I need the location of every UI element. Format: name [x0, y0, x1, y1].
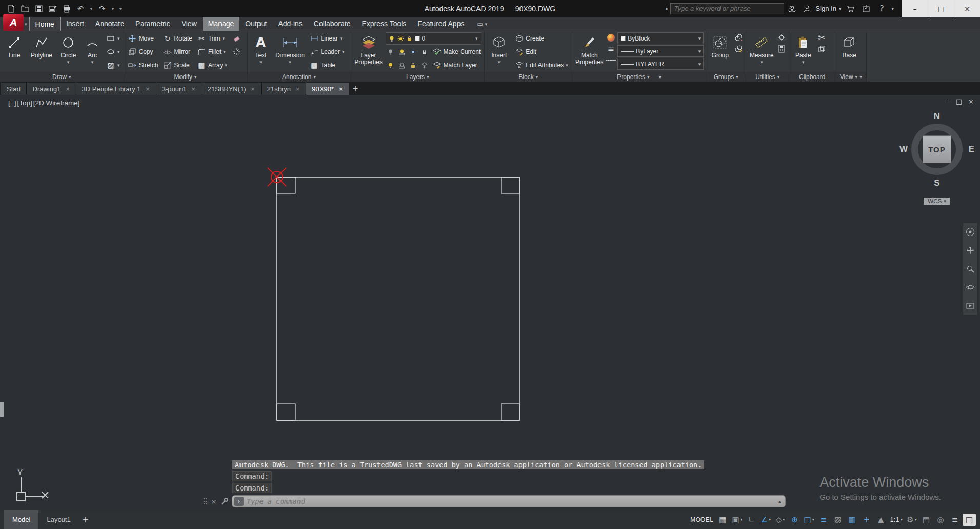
- table-button[interactable]: ▦ Table: [308, 59, 346, 71]
- ribbon-tab-addins[interactable]: Add-ins: [272, 16, 308, 31]
- trim-button[interactable]: ✂ Trim ▾: [195, 32, 229, 45]
- ellipse-button[interactable]: ▾: [105, 46, 122, 58]
- application-menu-caret-icon[interactable]: ▾: [25, 22, 27, 27]
- showmotion-icon[interactable]: [965, 301, 975, 311]
- linetype-list-icon[interactable]: ╌╌╌: [606, 55, 616, 65]
- viewport-minimize-control[interactable]: [−]: [8, 99, 16, 107]
- layer-isolate-tool-icon[interactable]: [397, 47, 407, 57]
- workspace-switching-button[interactable]: ⚙▾: [905, 513, 918, 527]
- osnap-tracking-icon[interactable]: ⊕: [788, 513, 802, 527]
- doc-minimize-icon[interactable]: –: [946, 97, 950, 105]
- viewcube-south[interactable]: S: [898, 178, 975, 188]
- wcs-menu-button[interactable]: WCS ▾: [924, 198, 950, 205]
- ribbon-tab-view[interactable]: View: [176, 16, 203, 31]
- layer-off-tool-icon[interactable]: [386, 47, 396, 57]
- panel-label-view[interactable]: View ▾ ▾: [835, 72, 866, 82]
- viewcube-west[interactable]: W: [899, 144, 908, 154]
- file-tab-21sbryn-1[interactable]: 21SBRYN(1)×: [202, 83, 262, 95]
- panel-label-groups[interactable]: Groups ▾: [706, 72, 746, 82]
- measure-button[interactable]: Measure ▾: [748, 32, 775, 72]
- annotation-monitor-icon[interactable]: ▤: [919, 513, 933, 527]
- drawing-viewport[interactable]: [−] [Top] [2D Wireframe] – □ ×: [0, 95, 980, 510]
- customization-icon[interactable]: ≡: [948, 513, 962, 527]
- leader-button[interactable]: Leader ▾: [308, 46, 346, 58]
- file-tab-drawing1[interactable]: Drawing1×: [27, 83, 76, 95]
- tab-close-icon[interactable]: ×: [191, 86, 195, 92]
- tab-close-icon[interactable]: ×: [295, 86, 300, 92]
- new-layout-button[interactable]: +: [79, 510, 92, 529]
- scale-button[interactable]: Scale: [162, 59, 194, 71]
- layer-unlock-tool-icon[interactable]: [408, 60, 418, 70]
- move-button[interactable]: Move: [126, 32, 160, 45]
- edit-attributes-button[interactable]: A Edit Attributes ▾: [513, 59, 570, 71]
- open-file-icon[interactable]: [19, 3, 31, 15]
- insert-block-button[interactable]: Insert ▾: [487, 32, 511, 72]
- line-button[interactable]: Line: [2, 32, 27, 72]
- plot-icon[interactable]: [61, 3, 73, 15]
- file-tab-90x90-active[interactable]: 90X90*×: [306, 83, 349, 95]
- hatch-button[interactable]: ▨ ▾: [105, 59, 122, 71]
- make-current-button[interactable]: Make Current: [431, 46, 483, 58]
- ribbon-tab-featured-apps[interactable]: Featured Apps: [412, 16, 470, 31]
- object-color-combo[interactable]: ByBlock ▾: [617, 32, 704, 44]
- paste-button[interactable]: Paste ▾: [791, 32, 815, 72]
- layer-freeze-tool-icon[interactable]: [408, 47, 418, 57]
- help-icon[interactable]: ?: [876, 3, 887, 14]
- command-customize-icon[interactable]: [221, 497, 229, 505]
- doc-close-icon[interactable]: ×: [968, 97, 974, 105]
- layer-thaw-tool-icon[interactable]: [386, 60, 396, 70]
- command-input[interactable]: [247, 497, 775, 505]
- left-edge-grip[interactable]: [0, 402, 4, 417]
- layer-lock-tool-icon[interactable]: [419, 47, 430, 57]
- zoom-icon[interactable]: [965, 264, 975, 274]
- text-button[interactable]: A Text ▾: [250, 32, 272, 72]
- ribbon-tab-output[interactable]: Output: [239, 16, 272, 31]
- full-navigation-wheel-icon[interactable]: [965, 227, 975, 237]
- undo-icon[interactable]: ↶: [74, 3, 87, 15]
- panel-label-annotation[interactable]: Annotation ▾: [248, 72, 351, 82]
- file-tab-3d-people-library[interactable]: 3D People Library 1×: [76, 83, 156, 95]
- lineweight-combo[interactable]: ByLayer ▾: [617, 45, 704, 57]
- model-tab[interactable]: Model: [4, 510, 38, 529]
- save-icon[interactable]: [33, 3, 45, 15]
- file-tab-21sbryn[interactable]: 21sbryn×: [262, 83, 306, 95]
- view-dialog-launcher-icon[interactable]: ▾: [859, 74, 862, 80]
- viewcube-east[interactable]: E: [969, 144, 974, 154]
- base-view-button[interactable]: Base: [837, 32, 861, 72]
- layer-properties-button[interactable]: Layer Properties: [353, 32, 384, 72]
- panel-label-utilities[interactable]: Utilities ▾: [746, 72, 789, 82]
- application-menu-button[interactable]: A: [3, 14, 24, 31]
- ribbon-tab-annotate[interactable]: Annotate: [90, 16, 130, 31]
- panel-label-modify[interactable]: Modify ▾: [124, 72, 247, 82]
- viewport-visual-style-control[interactable]: [2D Wireframe]: [33, 99, 80, 107]
- clean-screen-icon[interactable]: □: [963, 514, 976, 526]
- help-caret-icon[interactable]: ▾: [891, 6, 894, 11]
- tab-close-icon[interactable]: ×: [338, 86, 343, 92]
- orbit-icon[interactable]: [965, 282, 975, 292]
- group-button[interactable]: Group: [708, 32, 732, 72]
- model-space-button[interactable]: MODEL: [689, 513, 715, 527]
- match-properties-button[interactable]: Match Properties: [574, 32, 604, 72]
- window-close-button[interactable]: ×: [954, 0, 980, 17]
- window-maximize-button[interactable]: □: [928, 0, 954, 17]
- recent-commands-icon[interactable]: ▴: [778, 499, 781, 504]
- cart-icon[interactable]: [845, 3, 856, 14]
- sign-in-button[interactable]: Sign In ▾: [802, 3, 841, 14]
- panel-label-draw[interactable]: Draw ▾: [0, 72, 124, 82]
- ribbon-tab-home[interactable]: Home: [29, 16, 61, 31]
- save-as-icon[interactable]: [47, 3, 59, 15]
- ungroup-icon[interactable]: [733, 32, 744, 43]
- polyline-button[interactable]: Polyline: [28, 32, 55, 72]
- dynamic-input-icon[interactable]: +: [860, 513, 873, 527]
- mirror-button[interactable]: ◁▷ Mirror: [162, 46, 194, 58]
- tab-close-icon[interactable]: ×: [65, 86, 70, 92]
- ribbon-tab-parametric[interactable]: Parametric: [130, 16, 176, 31]
- dimension-button[interactable]: Dimension ▾: [274, 32, 307, 72]
- linear-button[interactable]: Linear ▾: [308, 32, 346, 45]
- ribbon-tab-collaborate[interactable]: Collaborate: [308, 16, 356, 31]
- qat-menu-caret-icon[interactable]: ▾: [117, 6, 124, 11]
- quick-calc-icon[interactable]: [776, 44, 787, 54]
- transparency-icon[interactable]: ▨: [831, 513, 845, 527]
- lineweight-display-icon[interactable]: ≡: [817, 513, 830, 527]
- rotate-button[interactable]: ↻ Rotate: [162, 32, 194, 45]
